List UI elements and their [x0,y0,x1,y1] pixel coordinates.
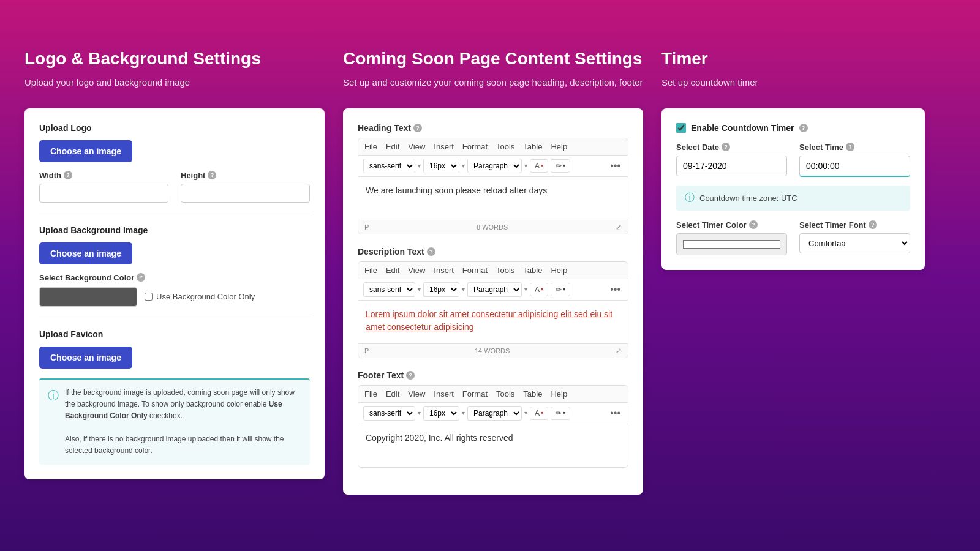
desc-editor-label: Description Text ? [358,247,628,257]
enable-countdown-row: Enable Countdown Timer ? [676,123,910,133]
desc-paragraph-select[interactable]: Paragraph [467,282,522,297]
desc-menu-table[interactable]: Table [523,266,542,275]
footer-menu-file[interactable]: File [364,389,377,399]
footer-menu-insert[interactable]: Insert [434,389,454,399]
column-logo-background: Logo & Background Settings Upload your l… [24,49,325,479]
footer-formatting-row: sans-serif ▾ 16px ▾ Paragraph ▾ A ▾ [358,403,628,424]
footer-editor-content[interactable]: Copyright 2020, Inc. All rights reserved [358,424,628,467]
width-label: Width ? [39,171,168,180]
desc-help-icon[interactable]: ? [427,247,435,256]
section-title-content: Coming Soon Page Content Settings [343,49,643,69]
height-input[interactable] [181,184,310,203]
footer-help-icon[interactable]: ? [406,371,415,380]
desc-formatting-row: sans-serif ▾ 16px ▾ Paragraph ▾ A ▾ [358,279,628,301]
footer-more-btn[interactable]: ••• [608,407,623,420]
desc-font-select[interactable]: sans-serif [363,282,415,297]
bg-color-help-icon[interactable]: ? [137,273,145,282]
time-input[interactable]: 00:00:00 [799,156,910,177]
footer-menu-view[interactable]: View [408,389,425,399]
heading-paragraph-select[interactable]: Paragraph [467,159,522,173]
heading-editor-section: Heading Text ? File Edit View Insert For… [358,123,628,234]
time-help-icon[interactable]: ? [846,143,854,151]
footer-menu-format[interactable]: Format [462,389,488,399]
timer-color-help-icon[interactable]: ? [749,220,758,229]
desc-editor-footer: P 14 WORDS ⤢ [358,343,628,358]
use-bg-color-checkbox[interactable] [145,293,153,301]
heading-font-color-btn[interactable]: A ▾ [530,159,548,173]
bg-color-swatch[interactable] [39,287,137,307]
heading-menu-tools[interactable]: Tools [496,142,514,151]
heading-font-select[interactable]: sans-serif [363,159,415,173]
height-help-icon[interactable]: ? [208,171,216,179]
page-wrapper: Logo & Background Settings Upload your l… [0,0,980,551]
heading-editor-label: Heading Text ? [358,123,628,133]
desc-menu-file[interactable]: File [364,266,377,275]
heading-menu-format[interactable]: Format [462,142,488,151]
footer-editor-label: Footer Text ? [358,370,628,380]
bg-color-row: Use Background Color Only [39,287,310,307]
heading-menu-table[interactable]: Table [523,142,542,151]
desc-size-select[interactable]: 16px [423,282,459,297]
heading-size-select[interactable]: 16px [423,159,459,173]
desc-content-link[interactable]: Lorem ipsum dolor sit amet consectetur a… [366,309,612,332]
heading-more-btn[interactable]: ••• [608,159,623,173]
desc-menu-items: File Edit View Insert Format Tools Table… [364,266,567,275]
footer-menu-tools[interactable]: Tools [496,389,514,399]
use-bg-color-label[interactable]: Use Background Color Only [145,292,255,301]
heading-menu-insert[interactable]: Insert [434,142,454,151]
info-icon: ⓘ [48,388,59,457]
heading-highlight-btn[interactable]: ✏ ▾ [551,159,570,173]
width-height-row: Width ? Height ? [39,171,310,203]
footer-menu-edit[interactable]: Edit [386,389,399,399]
timer-color-input[interactable] [676,233,787,255]
desc-menu-view[interactable]: View [408,266,425,275]
divider-2 [39,318,310,318]
footer-paragraph-select[interactable]: Paragraph [467,406,522,421]
timer-font-group: Select Timer Font ? Comfortaa Roboto Ope… [799,220,910,255]
enable-countdown-checkbox[interactable] [676,123,686,133]
timezone-text: Countdown time zone: UTC [699,193,797,203]
sections-row: Logo & Background Settings Upload your l… [24,49,956,495]
heading-help-icon[interactable]: ? [413,124,422,132]
desc-menu-edit[interactable]: Edit [386,266,399,275]
timer-font-select[interactable]: Comfortaa Roboto Open Sans Lato Montserr… [799,233,910,253]
width-help-icon[interactable]: ? [64,171,72,179]
footer-menu-items: File Edit View Insert Format Tools Table… [364,389,567,399]
desc-menu-insert[interactable]: Insert [434,266,454,275]
choose-logo-button[interactable]: Choose an image [39,140,132,162]
heading-menu-file[interactable]: File [364,142,377,151]
heading-editor-content[interactable]: We are launching soon please reload afte… [358,177,628,220]
desc-menu-format[interactable]: Format [462,266,488,275]
upload-logo-label: Upload Logo [39,123,310,133]
footer-font-color-btn[interactable]: A ▾ [530,407,548,420]
heading-menu-help[interactable]: Help [551,142,567,151]
enable-help-icon[interactable]: ? [799,124,808,132]
section-header-timer: Timer Set up countdown timer [662,49,925,90]
desc-more-btn[interactable]: ••• [608,283,623,296]
upload-bg-label: Upload Background Image [39,225,310,235]
choose-favicon-button[interactable]: Choose an image [39,347,132,369]
heading-font-chevron: ▾ [418,162,421,169]
width-input[interactable] [39,184,168,203]
date-input[interactable]: 09-17-2020 [676,156,787,176]
footer-menu-help[interactable]: Help [551,389,567,399]
desc-menu-help[interactable]: Help [551,266,567,275]
desc-expand-icon[interactable]: ⤢ [616,347,622,355]
timer-font-help-icon[interactable]: ? [869,220,877,229]
heading-menu-edit[interactable]: Edit [386,142,399,151]
heading-expand-icon[interactable]: ⤢ [616,223,622,231]
bg-color-label: Select Background Color ? [39,273,310,282]
heading-menu-view[interactable]: View [408,142,425,151]
footer-size-select[interactable]: 16px [423,406,459,421]
footer-menu-table[interactable]: Table [523,389,542,399]
date-help-icon[interactable]: ? [722,143,730,151]
desc-font-color-btn[interactable]: A ▾ [530,283,548,296]
timer-font-label: Select Timer Font ? [799,220,910,230]
desc-menu-tools[interactable]: Tools [496,266,514,275]
heading-para-chevron: ▾ [524,162,527,169]
choose-bg-button[interactable]: Choose an image [39,242,132,264]
footer-font-select[interactable]: sans-serif [363,406,415,421]
desc-highlight-btn[interactable]: ✏ ▾ [551,283,570,296]
desc-editor-content[interactable]: Lorem ipsum dolor sit amet consectetur a… [358,301,628,343]
footer-highlight-btn[interactable]: ✏ ▾ [551,407,570,420]
